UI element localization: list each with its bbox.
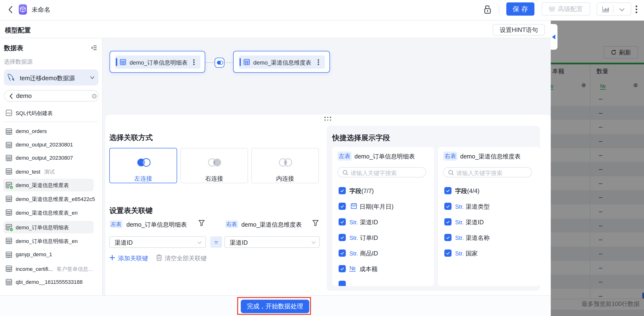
svg-text:SQL: SQL xyxy=(7,112,11,114)
